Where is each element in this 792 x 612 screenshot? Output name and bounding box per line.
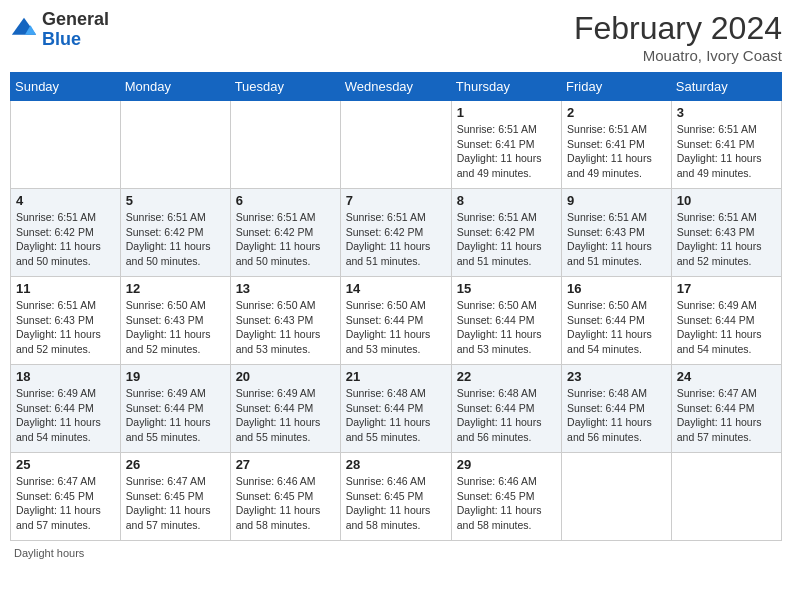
- column-header-saturday: Saturday: [671, 73, 781, 101]
- calendar-title: February 2024: [574, 10, 782, 47]
- day-number: 14: [346, 281, 446, 296]
- calendar-cell: 20Sunrise: 6:49 AMSunset: 6:44 PMDayligh…: [230, 365, 340, 453]
- calendar-cell: 13Sunrise: 6:50 AMSunset: 6:43 PMDayligh…: [230, 277, 340, 365]
- calendar-cell: 5Sunrise: 6:51 AMSunset: 6:42 PMDaylight…: [120, 189, 230, 277]
- day-info: Sunrise: 6:50 AMSunset: 6:43 PMDaylight:…: [126, 298, 225, 357]
- column-header-tuesday: Tuesday: [230, 73, 340, 101]
- day-number: 28: [346, 457, 446, 472]
- day-number: 12: [126, 281, 225, 296]
- day-number: 24: [677, 369, 776, 384]
- day-number: 15: [457, 281, 556, 296]
- calendar-cell: 7Sunrise: 6:51 AMSunset: 6:42 PMDaylight…: [340, 189, 451, 277]
- day-number: 26: [126, 457, 225, 472]
- calendar-header-row: SundayMondayTuesdayWednesdayThursdayFrid…: [11, 73, 782, 101]
- day-info: Sunrise: 6:51 AMSunset: 6:43 PMDaylight:…: [567, 210, 666, 269]
- day-info: Sunrise: 6:50 AMSunset: 6:44 PMDaylight:…: [346, 298, 446, 357]
- calendar-cell: 3Sunrise: 6:51 AMSunset: 6:41 PMDaylight…: [671, 101, 781, 189]
- logo: General Blue: [10, 10, 109, 50]
- logo-text: General Blue: [42, 10, 109, 50]
- day-info: Sunrise: 6:50 AMSunset: 6:44 PMDaylight:…: [567, 298, 666, 357]
- day-number: 27: [236, 457, 335, 472]
- day-info: Sunrise: 6:51 AMSunset: 6:42 PMDaylight:…: [16, 210, 115, 269]
- logo-icon: [10, 16, 38, 44]
- day-info: Sunrise: 6:51 AMSunset: 6:41 PMDaylight:…: [567, 122, 666, 181]
- day-number: 18: [16, 369, 115, 384]
- calendar-week-row: 25Sunrise: 6:47 AMSunset: 6:45 PMDayligh…: [11, 453, 782, 541]
- day-number: 2: [567, 105, 666, 120]
- day-info: Sunrise: 6:49 AMSunset: 6:44 PMDaylight:…: [16, 386, 115, 445]
- day-info: Sunrise: 6:48 AMSunset: 6:44 PMDaylight:…: [567, 386, 666, 445]
- calendar-cell: 14Sunrise: 6:50 AMSunset: 6:44 PMDayligh…: [340, 277, 451, 365]
- day-number: 7: [346, 193, 446, 208]
- day-number: 6: [236, 193, 335, 208]
- calendar-cell: [340, 101, 451, 189]
- calendar-cell: 15Sunrise: 6:50 AMSunset: 6:44 PMDayligh…: [451, 277, 561, 365]
- day-number: 13: [236, 281, 335, 296]
- day-info: Sunrise: 6:49 AMSunset: 6:44 PMDaylight:…: [126, 386, 225, 445]
- day-info: Sunrise: 6:46 AMSunset: 6:45 PMDaylight:…: [457, 474, 556, 533]
- column-header-sunday: Sunday: [11, 73, 121, 101]
- day-number: 4: [16, 193, 115, 208]
- calendar-week-row: 11Sunrise: 6:51 AMSunset: 6:43 PMDayligh…: [11, 277, 782, 365]
- day-info: Sunrise: 6:47 AMSunset: 6:44 PMDaylight:…: [677, 386, 776, 445]
- day-number: 8: [457, 193, 556, 208]
- calendar-cell: 29Sunrise: 6:46 AMSunset: 6:45 PMDayligh…: [451, 453, 561, 541]
- calendar-cell: [11, 101, 121, 189]
- column-header-wednesday: Wednesday: [340, 73, 451, 101]
- column-header-monday: Monday: [120, 73, 230, 101]
- calendar-cell: [562, 453, 672, 541]
- page-header: General Blue February 2024 Mouatro, Ivor…: [10, 10, 782, 64]
- calendar-cell: [230, 101, 340, 189]
- column-header-friday: Friday: [562, 73, 672, 101]
- calendar-cell: 22Sunrise: 6:48 AMSunset: 6:44 PMDayligh…: [451, 365, 561, 453]
- calendar-cell: 1Sunrise: 6:51 AMSunset: 6:41 PMDaylight…: [451, 101, 561, 189]
- column-header-thursday: Thursday: [451, 73, 561, 101]
- day-info: Sunrise: 6:48 AMSunset: 6:44 PMDaylight:…: [457, 386, 556, 445]
- day-number: 1: [457, 105, 556, 120]
- calendar-table: SundayMondayTuesdayWednesdayThursdayFrid…: [10, 72, 782, 541]
- calendar-cell: 25Sunrise: 6:47 AMSunset: 6:45 PMDayligh…: [11, 453, 121, 541]
- day-number: 3: [677, 105, 776, 120]
- day-info: Sunrise: 6:46 AMSunset: 6:45 PMDaylight:…: [236, 474, 335, 533]
- day-number: 9: [567, 193, 666, 208]
- day-number: 16: [567, 281, 666, 296]
- day-number: 22: [457, 369, 556, 384]
- calendar-cell: 24Sunrise: 6:47 AMSunset: 6:44 PMDayligh…: [671, 365, 781, 453]
- calendar-cell: 12Sunrise: 6:50 AMSunset: 6:43 PMDayligh…: [120, 277, 230, 365]
- calendar-cell: 26Sunrise: 6:47 AMSunset: 6:45 PMDayligh…: [120, 453, 230, 541]
- day-info: Sunrise: 6:51 AMSunset: 6:42 PMDaylight:…: [126, 210, 225, 269]
- day-number: 25: [16, 457, 115, 472]
- day-info: Sunrise: 6:51 AMSunset: 6:42 PMDaylight:…: [457, 210, 556, 269]
- day-info: Sunrise: 6:51 AMSunset: 6:43 PMDaylight:…: [16, 298, 115, 357]
- calendar-cell: 8Sunrise: 6:51 AMSunset: 6:42 PMDaylight…: [451, 189, 561, 277]
- day-number: 29: [457, 457, 556, 472]
- calendar-cell: 18Sunrise: 6:49 AMSunset: 6:44 PMDayligh…: [11, 365, 121, 453]
- calendar-week-row: 1Sunrise: 6:51 AMSunset: 6:41 PMDaylight…: [11, 101, 782, 189]
- day-info: Sunrise: 6:50 AMSunset: 6:44 PMDaylight:…: [457, 298, 556, 357]
- day-info: Sunrise: 6:49 AMSunset: 6:44 PMDaylight:…: [677, 298, 776, 357]
- footer: Daylight hours: [10, 547, 782, 559]
- day-number: 23: [567, 369, 666, 384]
- calendar-cell: 4Sunrise: 6:51 AMSunset: 6:42 PMDaylight…: [11, 189, 121, 277]
- calendar-cell: 17Sunrise: 6:49 AMSunset: 6:44 PMDayligh…: [671, 277, 781, 365]
- day-info: Sunrise: 6:49 AMSunset: 6:44 PMDaylight:…: [236, 386, 335, 445]
- day-info: Sunrise: 6:51 AMSunset: 6:42 PMDaylight:…: [346, 210, 446, 269]
- calendar-cell: 23Sunrise: 6:48 AMSunset: 6:44 PMDayligh…: [562, 365, 672, 453]
- day-info: Sunrise: 6:51 AMSunset: 6:42 PMDaylight:…: [236, 210, 335, 269]
- calendar-cell: 27Sunrise: 6:46 AMSunset: 6:45 PMDayligh…: [230, 453, 340, 541]
- day-number: 20: [236, 369, 335, 384]
- day-number: 17: [677, 281, 776, 296]
- day-info: Sunrise: 6:47 AMSunset: 6:45 PMDaylight:…: [16, 474, 115, 533]
- day-number: 21: [346, 369, 446, 384]
- daylight-label: Daylight hours: [14, 547, 84, 559]
- day-info: Sunrise: 6:46 AMSunset: 6:45 PMDaylight:…: [346, 474, 446, 533]
- calendar-cell: [120, 101, 230, 189]
- day-number: 5: [126, 193, 225, 208]
- calendar-cell: 21Sunrise: 6:48 AMSunset: 6:44 PMDayligh…: [340, 365, 451, 453]
- day-info: Sunrise: 6:51 AMSunset: 6:41 PMDaylight:…: [677, 122, 776, 181]
- calendar-cell: [671, 453, 781, 541]
- calendar-cell: 2Sunrise: 6:51 AMSunset: 6:41 PMDaylight…: [562, 101, 672, 189]
- calendar-subtitle: Mouatro, Ivory Coast: [574, 47, 782, 64]
- calendar-cell: 9Sunrise: 6:51 AMSunset: 6:43 PMDaylight…: [562, 189, 672, 277]
- day-info: Sunrise: 6:51 AMSunset: 6:43 PMDaylight:…: [677, 210, 776, 269]
